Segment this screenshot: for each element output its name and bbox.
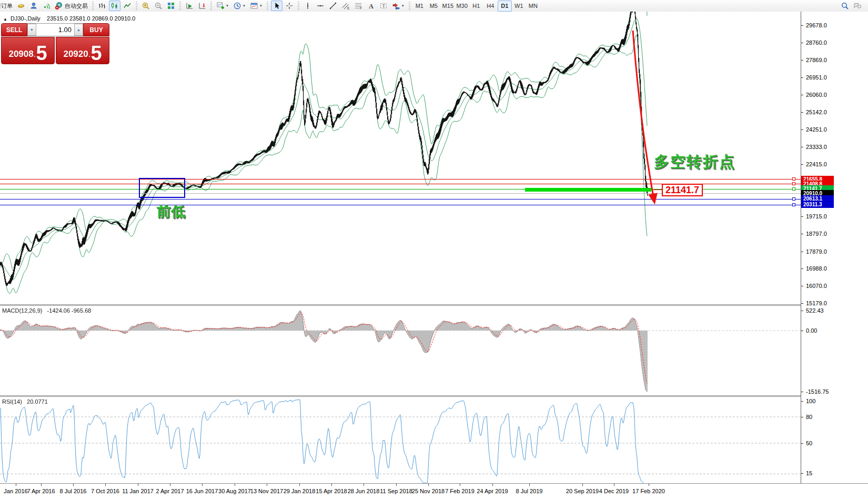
zoom-out-button[interactable] xyxy=(153,1,164,11)
community-button[interactable] xyxy=(852,1,863,11)
sell-button[interactable]: SELL xyxy=(1,23,27,36)
macd-pane[interactable]: MACD(12,26,9) -1424.06 -965.68 xyxy=(0,306,801,395)
trendline-button[interactable] xyxy=(327,1,339,11)
main-chart-pane[interactable]: 前低 多空转折点 21141.7 ▲ DJ30-,Daily 23515.0 2… xyxy=(0,12,801,304)
new-order-button[interactable]: 新订单 xyxy=(0,1,14,11)
toolbar-grip[interactable] xyxy=(409,2,410,10)
chart-shift-button[interactable] xyxy=(196,1,208,11)
support-highlight-bar[interactable] xyxy=(525,188,651,192)
line-handle[interactable] xyxy=(792,187,795,191)
volume-decrease-button[interactable]: ▼ xyxy=(27,24,36,36)
channel-button[interactable]: E xyxy=(340,1,351,11)
crosshair-button[interactable] xyxy=(284,1,295,11)
rsi-pane[interactable]: RSI(14) 20.0771 xyxy=(0,397,801,483)
toolbar-grip[interactable] xyxy=(179,2,181,10)
buy-button[interactable]: BUY xyxy=(83,23,109,36)
line-handle[interactable] xyxy=(792,203,795,206)
rsi-canvas[interactable] xyxy=(0,397,801,483)
timeframe-m30[interactable]: M30 xyxy=(455,1,469,12)
y-tick-label: 50 xyxy=(806,440,812,446)
horizontal-level-line[interactable] xyxy=(0,205,801,205)
svg-text:E: E xyxy=(347,6,350,10)
toolbar-grip[interactable] xyxy=(298,2,299,10)
text-button[interactable]: A xyxy=(365,1,377,11)
cursor-icon xyxy=(272,2,281,10)
horizontal-line-button[interactable] xyxy=(315,1,326,11)
periods-button[interactable]: ▼ xyxy=(231,1,247,11)
y-tick-label: 26060.0 xyxy=(806,92,827,98)
bars-icon xyxy=(98,2,106,10)
line-handle[interactable] xyxy=(792,182,795,185)
turning-point-annotation[interactable]: 多空转折点 xyxy=(654,152,735,173)
horizontal-level-line[interactable] xyxy=(0,199,801,199)
tile-windows-button[interactable] xyxy=(165,1,177,11)
signals-button[interactable] xyxy=(41,1,52,11)
toolbar-grip[interactable] xyxy=(92,2,94,10)
auto-trading-button[interactable]: 自动交易 xyxy=(53,1,89,11)
book-icon xyxy=(17,2,25,10)
autotrade-icon xyxy=(55,2,63,10)
y-tick-label: 28760.0 xyxy=(806,39,827,46)
x-tick xyxy=(364,484,364,486)
timeframe-h1[interactable]: H1 xyxy=(469,1,483,12)
y-tick-label: 100 xyxy=(806,398,815,404)
x-tick-label: 28 Jun 2018 xyxy=(348,488,380,494)
arrows-button[interactable]: ▼ xyxy=(390,1,406,11)
macd-canvas[interactable] xyxy=(0,306,801,395)
horizontal-level-line[interactable] xyxy=(0,179,801,179)
line-handle[interactable] xyxy=(792,177,795,181)
y-tick-label: 26951.0 xyxy=(806,74,827,81)
y-tick-label: 17879.0 xyxy=(806,248,827,255)
buy-price-display[interactable]: 20920.5 xyxy=(56,37,109,64)
x-tick-label: 4 Dec 2019 xyxy=(599,488,629,494)
search-button[interactable] xyxy=(839,1,851,11)
mt4-window: 新订单自动交易▼▼▼EFAT▼M1M5M15M30H1H4D1W1MN 前低 多… xyxy=(0,0,868,499)
fibonacci-button[interactable]: F xyxy=(352,1,364,11)
timeframe-d1[interactable]: D1 xyxy=(498,1,512,12)
toolbar-grip[interactable] xyxy=(136,2,137,10)
price-label-connector xyxy=(653,189,662,190)
x-tick-label: 29 Jan 2018 xyxy=(284,488,316,494)
line-handle[interactable] xyxy=(792,197,795,201)
templates-button[interactable]: ▼ xyxy=(248,1,264,11)
prev-low-annotation[interactable]: 前低 xyxy=(157,202,185,221)
indicators-button[interactable]: ▼ xyxy=(215,1,230,11)
line-chart-button[interactable] xyxy=(122,1,133,11)
profiles-button[interactable] xyxy=(28,1,39,11)
x-tick xyxy=(582,484,583,486)
y-tick-label: 27869.0 xyxy=(806,57,827,63)
vertical-line-button[interactable] xyxy=(302,1,314,11)
sell-price-display[interactable]: 20908.5 xyxy=(1,37,55,64)
timeframe-m1[interactable]: M1 xyxy=(412,1,427,12)
timeframe-m15[interactable]: M15 xyxy=(441,1,455,12)
shift-icon xyxy=(198,2,206,10)
axis-border-line xyxy=(801,12,801,483)
x-tick xyxy=(105,484,106,486)
timeframe-m5[interactable]: M5 xyxy=(427,1,441,12)
timeframe-h4[interactable]: H4 xyxy=(483,1,498,12)
auto-scroll-button[interactable] xyxy=(184,1,195,11)
volume-input[interactable]: 1.00 xyxy=(36,24,74,36)
toolbar-grip[interactable] xyxy=(210,2,212,10)
volume-widget: ▼ 1.00 ▲ xyxy=(27,23,83,36)
candles-icon xyxy=(110,2,119,10)
timeframe-w1[interactable]: W1 xyxy=(512,1,526,12)
y-tick-label: 23333.0 xyxy=(806,144,827,150)
cursor-button[interactable] xyxy=(271,1,282,11)
bar-chart-button[interactable] xyxy=(96,1,108,11)
text-label-button[interactable]: T xyxy=(378,1,389,11)
x-tick-label: 20 Sep 2019 xyxy=(566,488,599,494)
community-icon xyxy=(853,2,862,10)
zoom-in-button[interactable] xyxy=(140,1,152,11)
consolidation-rectangle[interactable] xyxy=(139,178,185,198)
toolbar-grip[interactable] xyxy=(267,2,268,10)
market-watch-button[interactable] xyxy=(15,1,27,11)
volume-increase-button[interactable]: ▲ xyxy=(74,24,83,36)
x-tick-label: 15 Apr 2018 xyxy=(316,488,347,494)
x-tick xyxy=(649,484,649,486)
x-tick xyxy=(331,484,332,486)
ohlc-values: 23515.0 23581.0 20869.0 20910.0 xyxy=(47,15,135,22)
price-label-box[interactable]: 21141.7 xyxy=(662,184,703,196)
timeframe-mn[interactable]: MN xyxy=(526,1,540,12)
candlestick-button[interactable] xyxy=(109,1,120,11)
